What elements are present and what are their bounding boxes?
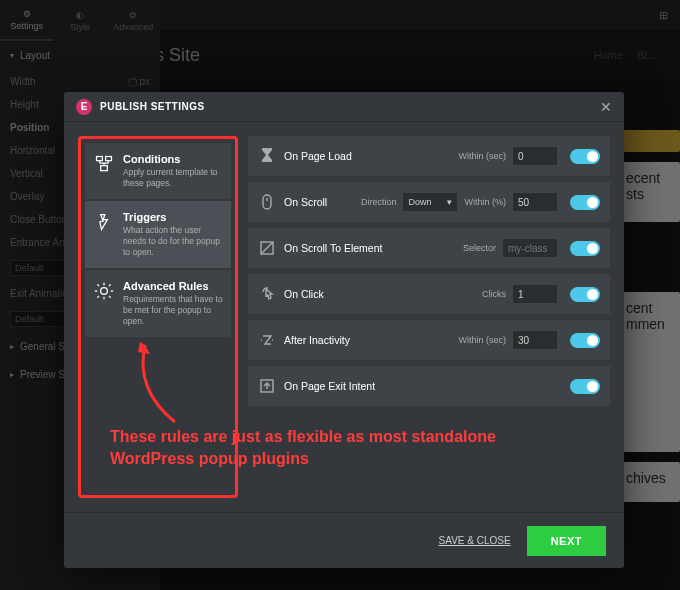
svg-rect-0 xyxy=(97,157,103,161)
trigger-on-page-load: On Page Load Within (sec) xyxy=(248,136,610,176)
svg-point-3 xyxy=(101,288,108,295)
modal-header: E PUBLISH SETTINGS ✕ xyxy=(64,92,624,122)
element-icon xyxy=(258,239,276,257)
conditions-icon xyxy=(93,153,115,175)
scroll-element-toggle[interactable] xyxy=(570,241,600,256)
inactivity-icon xyxy=(258,331,276,349)
nav-conditions[interactable]: ConditionsApply current template to thes… xyxy=(85,143,231,199)
page-load-seconds-input[interactable] xyxy=(512,146,558,166)
close-icon[interactable]: ✕ xyxy=(600,99,612,115)
publish-settings-modal: E PUBLISH SETTINGS ✕ ConditionsApply cur… xyxy=(64,92,624,568)
modal-title: PUBLISH SETTINGS xyxy=(100,101,205,112)
elementor-logo-icon: E xyxy=(76,99,92,115)
scroll-direction-select[interactable]: Down▾ xyxy=(402,192,458,212)
trigger-exit-intent: On Page Exit Intent xyxy=(248,366,610,406)
trigger-scroll-to-element: On Scroll To Element Selector xyxy=(248,228,610,268)
modal-overlay: E PUBLISH SETTINGS ✕ ConditionsApply cur… xyxy=(0,0,680,590)
svg-rect-4 xyxy=(263,195,271,209)
trigger-on-scroll: On Scroll Direction Down▾ Within (%) xyxy=(248,182,610,222)
page-load-toggle[interactable] xyxy=(570,149,600,164)
svg-rect-2 xyxy=(101,166,108,171)
inactivity-toggle[interactable] xyxy=(570,333,600,348)
trigger-on-click: On Click Clicks xyxy=(248,274,610,314)
trigger-after-inactivity: After Inactivity Within (sec) xyxy=(248,320,610,360)
scroll-toggle[interactable] xyxy=(570,195,600,210)
click-toggle[interactable] xyxy=(570,287,600,302)
selector-input[interactable] xyxy=(502,238,558,258)
advanced-rules-icon xyxy=(93,280,115,302)
scroll-percent-input[interactable] xyxy=(512,192,558,212)
exit-intent-toggle[interactable] xyxy=(570,379,600,394)
triggers-list: On Page Load Within (sec) On Scroll Dire… xyxy=(248,136,610,498)
next-button[interactable]: NEXT xyxy=(527,526,606,556)
triggers-icon xyxy=(93,211,115,233)
nav-advanced-rules[interactable]: Advanced RulesRequirements that have to … xyxy=(85,270,231,337)
publish-nav: ConditionsApply current template to thes… xyxy=(78,136,238,498)
svg-rect-1 xyxy=(106,157,112,161)
nav-triggers[interactable]: TriggersWhat action the user needs to do… xyxy=(85,201,231,268)
exit-icon xyxy=(258,377,276,395)
save-close-button[interactable]: SAVE & CLOSE xyxy=(439,535,511,546)
clicks-input[interactable] xyxy=(512,284,558,304)
scroll-icon xyxy=(258,193,276,211)
modal-footer: SAVE & CLOSE NEXT xyxy=(64,512,624,568)
click-icon xyxy=(258,285,276,303)
hourglass-icon xyxy=(258,147,276,165)
inactivity-seconds-input[interactable] xyxy=(512,330,558,350)
